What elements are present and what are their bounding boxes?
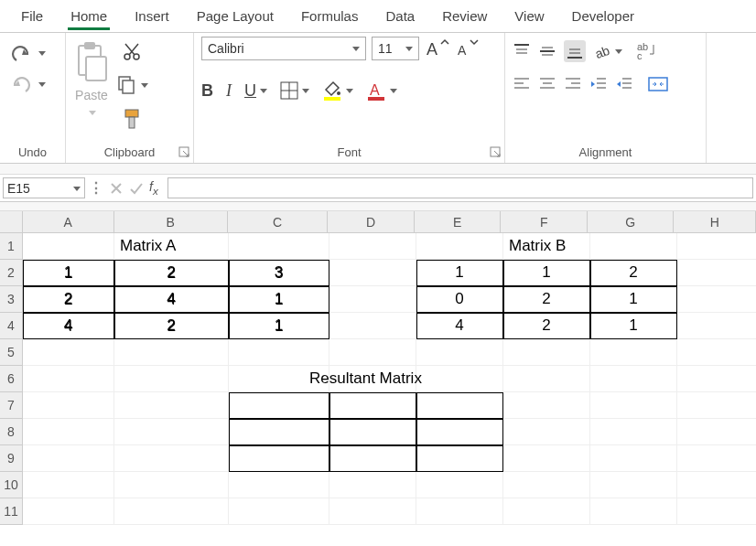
row-header-5[interactable]: 5 [0,339,22,366]
select-all-corner[interactable] [0,211,23,233]
format-painter-button[interactable] [122,108,144,130]
cell-G1[interactable] [590,233,677,260]
borders-button[interactable] [280,81,309,100]
merged-cell[interactable]: Resultant Matrix [229,366,503,392]
underline-button[interactable]: U [244,81,267,101]
wrap-text-icon[interactable]: abc [637,41,657,62]
cell-D11[interactable] [329,498,416,525]
cell-G9[interactable] [590,445,677,472]
cell-F3[interactable]: 2 [503,286,590,313]
col-header-C[interactable]: C [228,211,328,232]
decrease-font-button[interactable]: A [454,38,478,59]
cell-D3[interactable] [329,286,416,313]
cell-B5[interactable] [114,339,229,366]
align-right-button[interactable] [564,75,582,93]
formula-input[interactable] [167,177,753,198]
cell-A9[interactable] [23,445,114,472]
cell-B2[interactable]: 2 [114,260,229,286]
col-header-E[interactable]: E [415,211,502,232]
cell-A3[interactable]: 2 [23,286,114,313]
row-header-7[interactable]: 7 [0,392,22,419]
col-header-H[interactable]: H [674,211,756,232]
cell-F1[interactable]: Matrix B [503,233,590,260]
cell-H6[interactable] [677,366,756,392]
cell-F5[interactable] [503,339,590,366]
cell-G3[interactable]: 1 [590,286,677,313]
align-bottom-button[interactable] [564,40,586,62]
cell-B9[interactable] [114,445,229,472]
row-header-2[interactable]: 2 [0,260,22,286]
cell-A1[interactable] [23,233,114,260]
row-header-9[interactable]: 9 [0,445,22,472]
menu-insert[interactable]: Insert [121,0,183,32]
row-header-3[interactable]: 3 [0,286,22,313]
cell-B4[interactable]: 2 [114,313,229,339]
font-name-select[interactable]: Calibri [201,37,366,60]
cell-A6[interactable] [23,366,114,392]
cell-G7[interactable] [590,392,677,419]
cell-A8[interactable] [23,419,114,445]
col-header-D[interactable]: D [328,211,415,232]
menu-view[interactable]: View [501,0,557,32]
fill-color-button[interactable] [322,80,353,101]
cell-G4[interactable]: 1 [590,313,677,339]
name-box[interactable]: E15 [3,177,85,198]
cell-D2[interactable] [329,260,416,286]
row-header-8[interactable]: 8 [0,419,22,445]
cell-F9[interactable] [503,445,590,472]
cell-C8[interactable] [229,419,329,445]
cell-H8[interactable] [677,419,756,445]
cell-E9[interactable] [416,445,503,472]
row-header-11[interactable]: 11 [0,498,22,525]
cancel-formula-button[interactable] [109,181,124,196]
cell-B7[interactable] [114,392,229,419]
cell-D9[interactable] [329,445,416,472]
cell-H1[interactable] [677,233,756,260]
cell-A5[interactable] [23,339,114,366]
cell-B11[interactable] [114,498,229,525]
menu-data[interactable]: Data [372,0,428,32]
col-header-B[interactable]: B [114,211,228,232]
cell-H3[interactable] [677,286,756,313]
menu-formulas[interactable]: Formulas [287,0,373,32]
menu-file[interactable]: File [7,0,57,32]
cell-C1[interactable] [229,233,329,260]
cell-H7[interactable] [677,392,756,419]
spreadsheet-grid[interactable]: ABCDEFGH 1234567891011 Matrix AMatrix B1… [0,211,756,541]
font-color-button[interactable]: A [366,80,397,101]
cell-B10[interactable] [114,472,229,498]
cell-F10[interactable] [503,472,590,498]
cell-C9[interactable] [229,445,329,472]
cell-E8[interactable] [416,419,503,445]
paste-button[interactable]: Paste [73,37,110,117]
cut-button[interactable] [123,42,143,62]
cell-A10[interactable] [23,472,114,498]
row-header-6[interactable]: 6 [0,366,22,392]
cell-C10[interactable] [229,472,329,498]
font-dialog-launcher[interactable] [490,146,502,159]
cell-F4[interactable]: 2 [503,313,590,339]
cell-E7[interactable] [416,392,503,419]
cell-F7[interactable] [503,392,590,419]
cell-E5[interactable] [416,339,503,366]
cell-D5[interactable] [329,339,416,366]
cell-C4[interactable]: 1 [229,313,329,339]
cell-H9[interactable] [677,445,756,472]
cell-G8[interactable] [590,419,677,445]
fx-icon[interactable]: fx [149,179,158,197]
cell-B6[interactable] [114,366,229,392]
cell-B1[interactable]: Matrix A [114,233,229,260]
bold-button[interactable]: B [201,81,213,101]
cell-C2[interactable]: 3 [229,260,329,286]
align-left-button[interactable] [513,75,531,93]
cell-B8[interactable] [114,419,229,445]
cell-E11[interactable] [416,498,503,525]
cell-C7[interactable] [229,392,329,419]
cell-E10[interactable] [416,472,503,498]
increase-font-button[interactable]: A [425,38,448,59]
menu-home[interactable]: Home [57,0,121,32]
cell-C5[interactable] [229,339,329,366]
italic-button[interactable]: I [226,81,232,101]
col-header-F[interactable]: F [501,211,588,232]
cell-H11[interactable] [677,498,756,525]
